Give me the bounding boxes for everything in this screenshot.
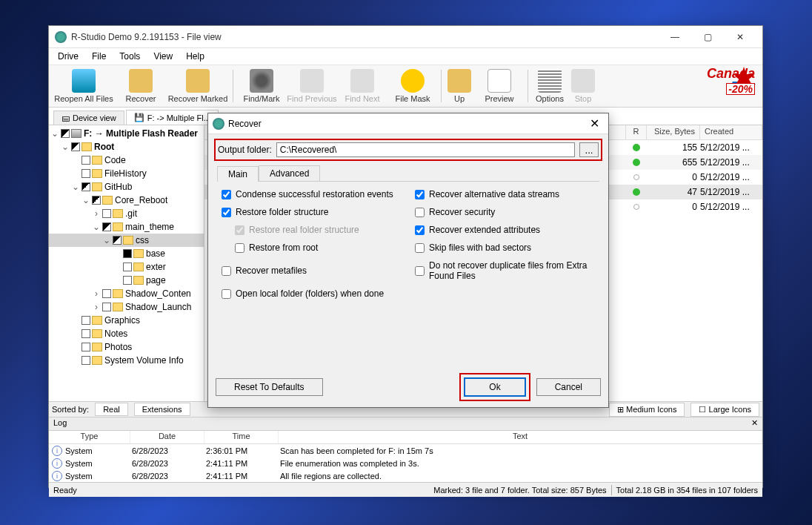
window-title: R-Studio Demo 9.2.191153 - File view: [71, 32, 659, 42]
check-metafiles[interactable]: Recover metafiles: [222, 260, 402, 281]
close-button[interactable]: ✕: [724, 27, 756, 47]
dialog-tabs: Main Advanced: [217, 165, 599, 182]
maximize-button[interactable]: ▢: [691, 27, 724, 47]
folder-tree[interactable]: ⌄F: → Multiple Flash Reader ⌄Root Code F…: [49, 125, 204, 401]
sort-label: Sorted by:: [52, 405, 89, 414]
minimize-button[interactable]: —: [659, 27, 691, 47]
up-button[interactable]: Up: [445, 69, 474, 103]
find-previous-button[interactable]: Find Previous: [287, 69, 337, 103]
drive-icon: 💾: [134, 113, 144, 122]
log-row: iSystem6/28/20232:36:01 PMScan has been …: [49, 444, 762, 457]
log-row: iSystem6/28/20232:41:11 PMFile enumerati…: [49, 457, 762, 469]
dialog-body: Condense successful restoration events R…: [208, 182, 608, 306]
check-security[interactable]: Recover security: [415, 207, 595, 217]
check-from-root[interactable]: Restore from root: [222, 242, 402, 253]
menu-tools[interactable]: Tools: [113, 50, 146, 63]
status-marked: Marked: 3 file and 7 folder. Total size:…: [433, 486, 606, 495]
check-real-struct: Restore real folder structure: [222, 225, 402, 235]
reopen-all-files-button[interactable]: Reopen All Files: [52, 69, 116, 103]
log-close-icon[interactable]: ✕: [751, 418, 758, 429]
discount-badge: -20%: [726, 83, 755, 95]
menu-view[interactable]: View: [147, 50, 179, 63]
check-condense[interactable]: Condense successful restoration events: [222, 189, 402, 199]
preview-button[interactable]: Preview: [474, 69, 525, 103]
log-panel: Log✕ Type Date Time Text iSystem6/28/202…: [49, 417, 762, 482]
output-folder-label: Output folder:: [218, 145, 272, 155]
check-skip-bad[interactable]: Skip files with bad sectors: [415, 242, 595, 253]
menu-help[interactable]: Help: [180, 50, 210, 63]
dialog-title: Recover: [228, 119, 262, 129]
menu-file[interactable]: File: [86, 50, 112, 63]
dialog-app-icon: [213, 118, 224, 130]
titlebar: R-Studio Demo 9.2.191153 - File view — ▢…: [49, 26, 762, 48]
dialog-footer: Reset To Defaults Ok Cancel: [216, 373, 601, 401]
device-icon: 🖴: [61, 113, 70, 122]
app-icon: [55, 31, 67, 43]
tab-multiple-flash[interactable]: 💾F: -> Multiple Fl...: [126, 110, 219, 125]
recover-marked-button[interactable]: Recover Marked: [166, 69, 230, 103]
ok-button[interactable]: Ok: [464, 377, 525, 397]
recover-button[interactable]: Recover: [116, 69, 166, 103]
reset-defaults-button[interactable]: Reset To Defaults: [216, 378, 323, 396]
dialog-titlebar: Recover ✕: [208, 113, 608, 134]
recover-dialog: Recover ✕ Output folder: ... Main Advanc…: [207, 113, 609, 408]
check-no-dup[interactable]: Do not recover duplicate files from Extr…: [415, 260, 595, 281]
large-icons-button[interactable]: ☐ Large Icons: [690, 403, 759, 417]
toolbar: Reopen All Files Recover Recover Marked …: [49, 65, 762, 108]
file-mask-button[interactable]: File Mask: [387, 69, 438, 103]
sort-real-button[interactable]: Real: [95, 403, 128, 416]
menu-drive[interactable]: Drive: [52, 50, 84, 63]
menubar: Drive File Tools View Help: [49, 48, 762, 65]
options-button[interactable]: Options: [531, 69, 568, 103]
status-bar: Ready Marked: 3 file and 7 folder. Total…: [49, 482, 762, 497]
tab-device-view[interactable]: 🖴Device view: [53, 110, 124, 125]
check-ext-attr[interactable]: Recover extended attributes: [415, 225, 595, 235]
sort-extensions-button[interactable]: Extensions: [134, 403, 190, 416]
check-alt-streams[interactable]: Recover alternative data streams: [415, 189, 595, 199]
status-total: Total 2.18 GB in 354 files in 107 folder…: [616, 486, 758, 495]
browse-button[interactable]: ...: [579, 142, 599, 157]
tab-advanced[interactable]: Advanced: [259, 165, 320, 181]
stop-button[interactable]: Stop: [568, 69, 598, 103]
find-mark-button[interactable]: Find/Mark: [236, 69, 287, 103]
status-ready: Ready: [53, 486, 77, 495]
ok-highlight: Ok: [459, 373, 530, 401]
promo-banner: Canada Day -20%: [707, 67, 755, 93]
log-row: iSystem6/28/20232:41:11 PMAll file regio…: [49, 469, 762, 482]
dialog-close-button[interactable]: ✕: [585, 116, 604, 131]
check-restore-struct[interactable]: Restore folder structure: [222, 207, 402, 217]
check-open-local[interactable]: Open local folder (folders) when done: [222, 288, 595, 299]
tab-main[interactable]: Main: [217, 166, 259, 182]
output-folder-input[interactable]: [276, 142, 575, 157]
cancel-button[interactable]: Cancel: [536, 378, 601, 396]
medium-icons-button[interactable]: ⊞ Medium Icons: [609, 403, 685, 417]
log-title: Log: [53, 418, 67, 429]
find-next-button[interactable]: Find Next: [337, 69, 387, 103]
output-folder-row: Output folder: ...: [214, 139, 602, 161]
